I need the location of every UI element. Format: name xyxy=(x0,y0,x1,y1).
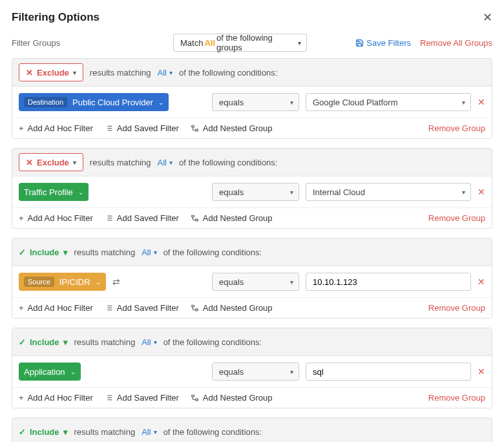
mode-label: Exclude xyxy=(37,158,69,167)
add-adhoc-filter-link[interactable]: + Add Ad Hoc Filter xyxy=(19,393,93,403)
svg-rect-30 xyxy=(191,395,194,397)
match-mode: All xyxy=(203,38,216,48)
filter-group: ✓ Include ▾ results matching All ▾ of th… xyxy=(12,328,492,408)
filter-group: ✓ Include ▾ results matching All ▾ of th… xyxy=(12,238,492,319)
svg-rect-22 xyxy=(191,305,194,307)
nested-icon xyxy=(191,124,199,132)
filter-group: ✓ Include ▾ results matching All ▾ of th… xyxy=(12,417,492,442)
add-adhoc-filter-link[interactable]: + Add Ad Hoc Filter xyxy=(19,303,93,313)
match-all-dropdown[interactable]: All ▾ xyxy=(158,158,173,167)
of-following-label: of the following conditions: xyxy=(163,247,262,257)
match-prefix: Match xyxy=(180,38,203,48)
match-all-dropdown[interactable]: All ▾ xyxy=(158,68,173,78)
chevron-down-icon: ▾ xyxy=(169,69,173,76)
filter-groups-label: Filter Groups xyxy=(12,38,173,48)
x-icon: ✕ xyxy=(26,158,33,167)
add-adhoc-filter-link[interactable]: + Add Ad Hoc Filter xyxy=(19,213,93,223)
list-icon xyxy=(105,394,113,402)
chevron-down-icon: ▾ xyxy=(63,247,68,257)
add-nested-group-link[interactable]: Add Nested Group xyxy=(191,213,273,223)
of-following-label: of the following conditions: xyxy=(163,337,262,347)
swap-icon[interactable]: ⇄ xyxy=(112,277,120,287)
remove-group-link[interactable]: Remove Group xyxy=(428,123,485,133)
chevron-down-icon: ▾ xyxy=(73,69,76,76)
plus-icon: + xyxy=(19,213,24,223)
operator-label: equals xyxy=(219,187,244,197)
check-icon: ✓ xyxy=(19,427,26,437)
mode-label: Include xyxy=(30,337,59,347)
add-nested-group-link[interactable]: Add Nested Group xyxy=(191,393,273,403)
value-input[interactable] xyxy=(306,273,471,291)
match-all-dropdown[interactable]: All ▾ xyxy=(142,337,156,347)
mode-include-button[interactable]: ✓ Include ▾ xyxy=(19,243,68,261)
value-input[interactable] xyxy=(306,363,471,381)
list-icon xyxy=(105,214,113,222)
add-adhoc-filter-link[interactable]: + Add Ad Hoc Filter xyxy=(19,123,93,133)
add-saved-filter-link[interactable]: Add Saved Filter xyxy=(105,213,179,223)
remove-group-link[interactable]: Remove Group xyxy=(428,213,485,223)
remove-group-link[interactable]: Remove Group xyxy=(428,393,485,403)
value-select[interactable]: Google Cloud Platform ▾ xyxy=(306,93,471,111)
chevron-down-icon: ▾ xyxy=(298,39,301,47)
operator-select[interactable]: equals ▾ xyxy=(212,183,299,201)
chevron-down-icon: ▾ xyxy=(154,428,157,436)
of-following-label: of the following conditions: xyxy=(163,427,262,437)
chevron-down-icon: ▾ xyxy=(154,339,157,346)
svg-rect-23 xyxy=(195,309,198,311)
results-matching-label: results matching xyxy=(74,427,136,437)
operator-label: equals xyxy=(219,367,244,377)
results-matching-label: results matching xyxy=(74,337,136,347)
mode-exclude-button[interactable]: ✕ Exclude ▾ xyxy=(19,63,83,81)
save-filters-link[interactable]: Save Filters xyxy=(355,38,411,48)
value-label: Internal Cloud xyxy=(313,187,365,197)
dimension-chip[interactable]: Destination Public Cloud Provider ⌄ xyxy=(19,93,169,111)
chip-tag: Source xyxy=(24,277,54,287)
page-title: Filtering Options xyxy=(12,11,100,24)
check-icon: ✓ xyxy=(19,337,26,347)
x-icon: ✕ xyxy=(26,68,33,78)
match-all-dropdown[interactable]: All ▾ xyxy=(142,427,156,437)
remove-all-groups-link[interactable]: Remove All Groups xyxy=(420,38,492,48)
operator-select[interactable]: equals ▾ xyxy=(212,363,299,381)
svg-rect-15 xyxy=(195,219,198,221)
dimension-chip[interactable]: Traffic Profile ⌄ xyxy=(19,183,89,201)
add-saved-filter-link[interactable]: Add Saved Filter xyxy=(105,303,179,313)
save-icon xyxy=(355,39,364,47)
filter-group: ✕ Exclude ▾ results matching All ▾ of th… xyxy=(12,58,492,139)
add-saved-filter-link[interactable]: Add Saved Filter xyxy=(105,123,179,133)
chevron-down-icon: ▾ xyxy=(154,249,157,256)
mode-include-button[interactable]: ✓ Include ▾ xyxy=(19,333,68,351)
chevron-down-icon: ▾ xyxy=(290,189,293,196)
close-icon[interactable]: ✕ xyxy=(483,10,492,25)
chevron-down-icon: ⌄ xyxy=(70,368,76,375)
value-label: Google Cloud Platform xyxy=(313,98,398,107)
remove-condition-icon[interactable]: ✕ xyxy=(478,366,485,377)
chevron-down-icon: ⌄ xyxy=(158,99,163,106)
svg-rect-7 xyxy=(195,129,198,131)
mode-exclude-button[interactable]: ✕ Exclude ▾ xyxy=(19,153,83,171)
chip-tag: Destination xyxy=(24,97,67,107)
add-nested-group-link[interactable]: Add Nested Group xyxy=(191,123,273,133)
chevron-down-icon: ▾ xyxy=(63,427,68,437)
mode-include-button[interactable]: ✓ Include ▾ xyxy=(19,423,68,441)
results-matching-label: results matching xyxy=(90,68,151,78)
remove-condition-icon[interactable]: ✕ xyxy=(478,277,485,287)
dimension-chip[interactable]: Application ⌄ xyxy=(19,363,81,381)
operator-select[interactable]: equals ▾ xyxy=(212,93,299,111)
chip-label: Application xyxy=(24,367,65,377)
chevron-down-icon: ▾ xyxy=(63,337,68,347)
plus-icon: + xyxy=(19,303,24,313)
remove-condition-icon[interactable]: ✕ xyxy=(478,97,485,107)
dimension-chip[interactable]: Source IP/CIDR ⌄ xyxy=(19,273,106,291)
match-mode-select[interactable]: Match All of the following groups ▾ xyxy=(173,34,307,52)
remove-condition-icon[interactable]: ✕ xyxy=(478,187,485,197)
nested-icon xyxy=(191,394,199,402)
remove-group-link[interactable]: Remove Group xyxy=(428,303,485,313)
add-saved-filter-link[interactable]: Add Saved Filter xyxy=(105,393,179,403)
operator-select[interactable]: equals ▾ xyxy=(212,273,299,291)
chevron-down-icon: ▾ xyxy=(462,99,465,106)
value-select[interactable]: Internal Cloud ▾ xyxy=(306,183,471,201)
list-icon xyxy=(105,304,113,312)
add-nested-group-link[interactable]: Add Nested Group xyxy=(191,303,273,313)
match-all-dropdown[interactable]: All ▾ xyxy=(142,247,156,257)
